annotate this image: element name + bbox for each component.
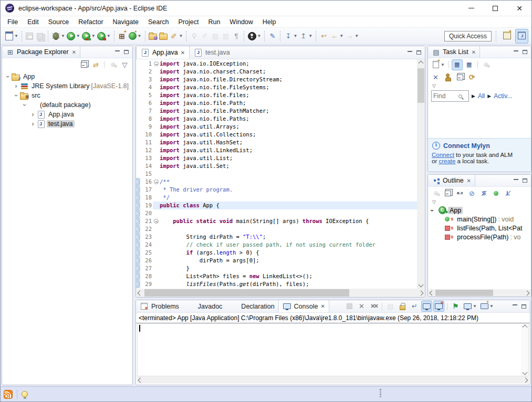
maximize-view-button[interactable] (521, 304, 526, 309)
sort-button[interactable] (454, 188, 465, 199)
dropdown-arrow-icon[interactable]: ▼ (138, 34, 142, 38)
collapse-all-button[interactable] (454, 72, 465, 83)
display-selected-console-button[interactable]: ▼ (462, 301, 478, 312)
code-line-16[interactable]: 16/** (136, 178, 417, 186)
dropdown-arrow-icon[interactable]: ▼ (473, 304, 477, 309)
code-line-1[interactable]: 1import java.io.IOException; (136, 60, 417, 68)
menu-source[interactable]: Source (44, 17, 74, 27)
editor-tab-app.java[interactable]: App.java✕ (136, 46, 190, 59)
filter-all-link[interactable]: All (478, 92, 485, 100)
menu-refactor[interactable]: Refactor (74, 17, 108, 27)
word-wrap-button[interactable]: ↵ (409, 301, 420, 312)
view-menu-button[interactable]: ▽ (119, 59, 130, 70)
synchronize-button[interactable]: ⟳ (466, 72, 477, 83)
filter-active-link[interactable]: Activ... (494, 92, 512, 100)
code-line-9[interactable]: 9import java.util.Arrays; (136, 123, 417, 131)
code-line-6[interactable]: 6import java.nio.file.Path; (136, 99, 417, 107)
expand-arrow-icon[interactable]: › (29, 111, 36, 118)
dropdown-arrow-icon[interactable]: ▼ (308, 34, 312, 38)
java-perspective-button[interactable]: J (515, 29, 528, 44)
filter-arrow-icon[interactable]: ▶ (487, 93, 491, 99)
package-explorer-tab[interactable]: ⊞ Package Explorer ✕ (2, 46, 80, 58)
outline-item-processfile-path-[interactable]: SprocessFile(Path) : vo (428, 232, 531, 241)
task-find-input[interactable] (433, 92, 458, 100)
open-console-button[interactable]: ▼ (479, 301, 495, 312)
minimize-view-button[interactable] (115, 50, 120, 52)
clear-console-button[interactable]: ▤ (385, 301, 396, 312)
collapse-arrow-icon[interactable]: › (13, 92, 19, 99)
code-line-28[interactable]: 28 List<Path> files = new LinkedList<>()… (136, 272, 417, 280)
focus-on-workweek-button[interactable] (481, 59, 492, 70)
console-tab-javadoc[interactable]: Javadoc (183, 300, 226, 312)
code-editor[interactable]: 1import java.io.IOException;2import java… (136, 59, 425, 289)
maximize-view-button[interactable] (523, 178, 527, 183)
outline-tab[interactable]: Outline ✕ (428, 175, 475, 186)
menu-navigate[interactable]: Navigate (108, 17, 143, 27)
open-perspective-button[interactable] (500, 29, 514, 44)
tree-item-jre-system-library[interactable]: ›JRE System Library [JavaSE-1.8] (2, 81, 132, 91)
task-list-tab[interactable]: ▤ Task List ✕ (428, 46, 480, 58)
code-line-19[interactable]: 19public class App { (136, 202, 417, 209)
quick-access-box[interactable]: Quick Access (444, 31, 492, 41)
terminate-button[interactable] (344, 301, 355, 312)
new-java-package-button[interactable] (117, 30, 127, 41)
close-tab-icon[interactable]: ✕ (320, 303, 325, 309)
tree-item-app[interactable]: ›JApp (2, 72, 132, 81)
code-line-15[interactable]: 15 (136, 170, 417, 178)
filter-arrow-icon[interactable]: ▶ (472, 93, 475, 99)
code-line-27[interactable]: 27 } (136, 265, 417, 272)
minimize-view-button[interactable] (514, 50, 518, 52)
code-line-25[interactable]: 25 if (args.length > 0) { (136, 249, 417, 257)
back-button[interactable]: ←▼ (329, 30, 344, 41)
new-wizard-button[interactable]: ▼ (4, 30, 19, 41)
scroll-right-icon[interactable] (523, 291, 531, 295)
code-line-12[interactable]: 12import java.util.LinkedList; (136, 146, 417, 154)
menu-search[interactable]: Search (143, 17, 174, 27)
console-tab-declaration[interactable]: Declaration (226, 300, 278, 312)
editor-vertical-scrollbar[interactable] (417, 59, 425, 289)
code-line-3[interactable]: 3import java.nio.file.DirectoryStream; (136, 76, 417, 83)
maximize-window-button[interactable] (483, 1, 507, 16)
outline-item-main-string-[interactable]: Smain(String[]) : void (428, 215, 531, 224)
code-line-18[interactable]: 18 */ (136, 194, 417, 202)
debug-button[interactable]: ▼ (51, 30, 66, 41)
scroll-up-icon[interactable] (522, 325, 527, 330)
menu-edit[interactable]: Edit (23, 17, 44, 27)
save-all-button[interactable] (35, 30, 45, 41)
run-button[interactable]: ▼ (66, 30, 81, 41)
collapse-all-button[interactable] (442, 188, 453, 199)
new-task-button[interactable]: ▼ (430, 59, 446, 70)
dropdown-arrow-icon[interactable]: ▼ (354, 34, 359, 38)
console-tab-problems[interactable]: Problems (136, 300, 183, 312)
tree-item--default-package-[interactable]: ›(default package) (2, 100, 132, 110)
news-feed-icon[interactable] (4, 390, 13, 399)
scroll-up-icon[interactable] (417, 59, 425, 67)
view-menu-arrow[interactable]: ▽ (428, 199, 531, 205)
console-vertical-scrollbar[interactable] (521, 324, 528, 376)
maximize-view-button[interactable] (523, 50, 527, 54)
hide-local-types-button[interactable]: L (503, 188, 514, 199)
code-line-7[interactable]: 7import java.nio.file.PathMatcher; (136, 107, 417, 115)
close-window-button[interactable]: ✕ (507, 1, 531, 16)
code-line-11[interactable]: 11import java.util.HashSet; (136, 139, 417, 146)
minimize-window-button[interactable] (459, 1, 483, 16)
open-task-button[interactable] (148, 30, 158, 41)
code-line-2[interactable]: 2import java.nio.charset.Charset; (136, 68, 417, 76)
last-edit-location-button[interactable]: ↩ (319, 30, 329, 41)
console-output[interactable] (137, 323, 529, 376)
scroll-left-icon[interactable] (136, 291, 144, 295)
fold-collapse-icon[interactable] (153, 60, 160, 68)
collapse-arrow-icon[interactable]: › (21, 101, 28, 109)
open-resource-button[interactable] (159, 30, 169, 41)
dropdown-arrow-icon[interactable]: ▼ (441, 62, 445, 67)
tree-item-test-java[interactable]: ›test.java (2, 119, 132, 129)
pin-console-button[interactable]: ⚑ (450, 301, 461, 312)
focus-on-active-task-button[interactable] (430, 188, 441, 199)
collapse-arrow-icon[interactable]: › (4, 73, 11, 80)
format-button[interactable]: ✐ (200, 30, 210, 41)
code-line-5[interactable]: 5import java.nio.file.Files; (136, 91, 417, 99)
new-java-class-button[interactable]: ▼ (128, 30, 142, 41)
code-line-22[interactable]: 22 (136, 225, 417, 233)
minimize-view-button[interactable] (514, 179, 518, 181)
dropdown-arrow-icon[interactable]: ▼ (339, 34, 343, 38)
